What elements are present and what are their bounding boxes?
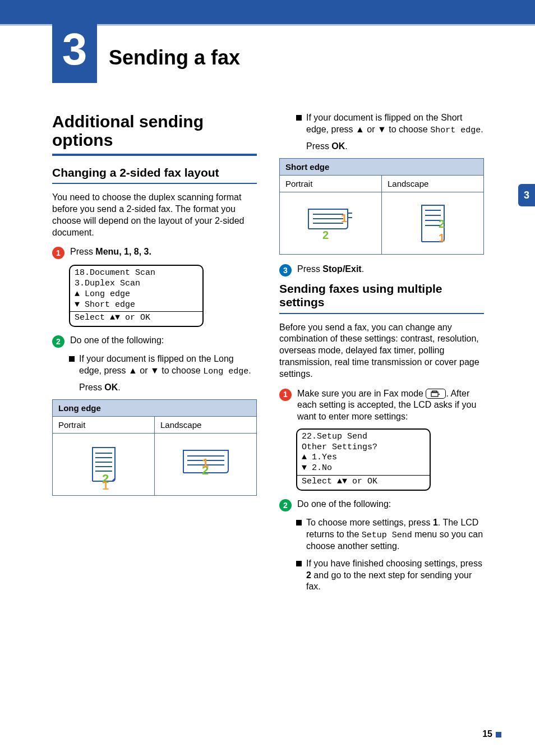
- bullet-short-edge: If your document is flipped on the Short…: [296, 112, 484, 136]
- short-edge-table: Short edge Portrait Landscape 1 2: [279, 158, 484, 255]
- lcd-display-1: 18.Document Scan 3.Duplex Scan ▲ Long ed…: [69, 265, 204, 327]
- step-2b-text: Do one of the following:: [297, 499, 484, 511]
- page-number-marker-icon: [496, 732, 501, 737]
- intro-paragraph-2: Before you send a fax, you can change an…: [279, 322, 484, 380]
- right-column: If your document is flipped on the Short…: [279, 112, 484, 598]
- square-bullet-icon: [296, 115, 302, 121]
- press-ok-short: Press OK.: [306, 141, 484, 151]
- bullet-long-edge: If your document is flipped on the Long …: [69, 353, 257, 377]
- svg-point-27: [439, 394, 440, 395]
- step-2b: 2 Do one of the following:: [279, 499, 484, 511]
- svg-text:1: 1: [202, 456, 209, 470]
- portrait-label: Portrait: [280, 176, 382, 192]
- press-ok-long: Press OK.: [79, 382, 257, 393]
- section-heading: Additional sending options: [52, 112, 257, 156]
- step-bullet-1-icon: 1: [52, 247, 64, 259]
- short-edge-landscape-icon: 2 1: [382, 192, 483, 254]
- step-bullet-1-icon: 1: [279, 389, 292, 401]
- chapter-number: 3: [62, 24, 87, 75]
- step-3: 3 Press Stop/Exit.: [279, 264, 484, 276]
- bullet-finished: If you have finished choosing settings, …: [296, 558, 484, 593]
- svg-text:2: 2: [439, 218, 445, 230]
- table-header: Short edge: [280, 159, 483, 176]
- step-bullet-2-icon: 2: [52, 335, 64, 348]
- landscape-label: Landscape: [382, 176, 483, 192]
- subsection-heading: Changing a 2-sided fax layout: [52, 166, 257, 184]
- step-bullet-3-icon: 3: [279, 264, 292, 276]
- chapter-number-block: 3: [52, 16, 97, 83]
- svg-text:2: 2: [322, 229, 329, 241]
- step-1b-text: Make sure you are in Fax mode . After ea…: [297, 388, 484, 423]
- landscape-label: Landscape: [155, 417, 256, 434]
- short-edge-portrait-icon: 1 2: [280, 192, 382, 254]
- long-edge-portrait-icon: 2 1: [53, 434, 155, 495]
- square-bullet-icon: [296, 561, 302, 566]
- lcd-display-2: 22.Setup Send Other Settings? ▲ 1.Yes ▼ …: [296, 428, 431, 491]
- intro-paragraph: You need to choose the duplex scanning f…: [52, 192, 257, 238]
- subsection-heading-2: Sending faxes using multiple settings: [279, 282, 484, 314]
- step-1-text: Press Menu, 1, 8, 3.: [70, 246, 257, 259]
- step-3-text: Press Stop/Exit.: [297, 264, 484, 276]
- table-header: Long edge: [53, 400, 256, 417]
- thumb-tab: 3: [518, 184, 535, 206]
- chapter-title: Sending a fax: [109, 46, 240, 70]
- square-bullet-icon: [69, 356, 75, 362]
- portrait-label: Portrait: [53, 417, 155, 434]
- bullet-choose-more: To choose more settings, press 1. The LC…: [296, 517, 484, 552]
- step-bullet-2-icon: 2: [279, 499, 292, 511]
- step-2: 2 Do one of the following:: [52, 335, 257, 348]
- step-1b: 1 Make sure you are in Fax mode . After …: [279, 388, 484, 423]
- left-column: Additional sending options Changing a 2-…: [52, 112, 257, 598]
- svg-text:1: 1: [341, 212, 347, 224]
- svg-text:1: 1: [439, 232, 445, 244]
- square-bullet-icon: [296, 520, 302, 525]
- step-2-text: Do one of the following:: [70, 335, 257, 348]
- svg-text:1: 1: [102, 478, 109, 490]
- long-edge-landscape-icon: 2 1: [155, 434, 256, 495]
- fax-mode-icon: [426, 389, 446, 399]
- step-1: 1 Press Menu, 1, 8, 3.: [52, 246, 257, 259]
- long-edge-table: Long edge Portrait Landscape 2: [52, 399, 257, 496]
- page-number: 15: [482, 729, 501, 739]
